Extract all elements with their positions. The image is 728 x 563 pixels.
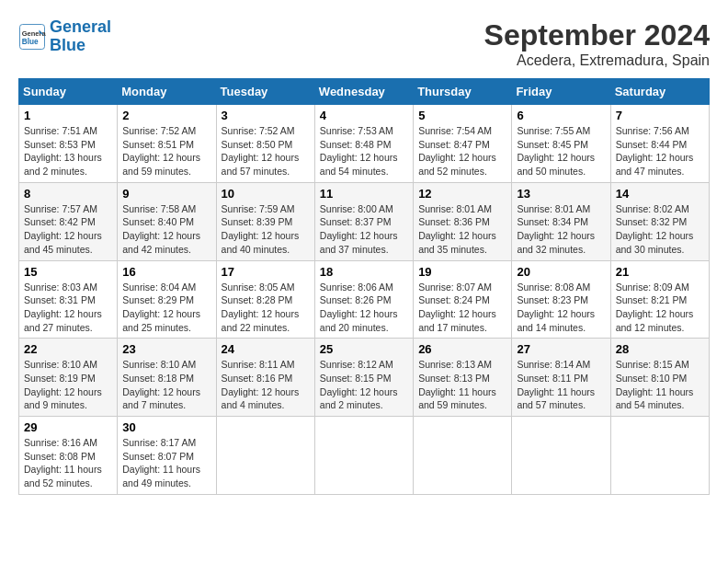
day-info: Sunrise: 7:54 AMSunset: 8:47 PMDaylight:…: [418, 124, 506, 178]
svg-text:General: General: [22, 29, 46, 37]
day-info: Sunrise: 8:11 AMSunset: 8:16 PMDaylight:…: [222, 358, 310, 412]
calendar-cell: 20 Sunrise: 8:08 AMSunset: 8:23 PMDaylig…: [512, 260, 610, 339]
weekday-header-saturday: Saturday: [610, 79, 709, 105]
calendar-cell: 22 Sunrise: 8:10 AMSunset: 8:19 PMDaylig…: [19, 339, 118, 417]
logo-icon: General Blue: [18, 23, 46, 51]
calendar-header-row: SundayMondayTuesdayWednesdayThursdayFrid…: [19, 79, 710, 105]
calendar-cell: 25 Sunrise: 8:12 AMSunset: 8:15 PMDaylig…: [314, 339, 413, 417]
day-info: Sunrise: 7:52 AMSunset: 8:50 PMDaylight:…: [222, 124, 310, 178]
calendar-cell: 13 Sunrise: 8:01 AMSunset: 8:34 PMDaylig…: [512, 182, 610, 260]
calendar-cell: 21 Sunrise: 8:09 AMSunset: 8:21 PMDaylig…: [610, 260, 709, 339]
day-number: 28: [616, 342, 704, 356]
calendar-cell: 30 Sunrise: 8:17 AMSunset: 8:07 PMDaylig…: [118, 417, 216, 495]
calendar-cell: 23 Sunrise: 8:10 AMSunset: 8:18 PMDaylig…: [118, 339, 216, 417]
calendar-subtitle: Acedera, Extremadura, Spain: [484, 52, 710, 69]
day-number: 27: [517, 342, 605, 356]
header: General Blue General Blue September 2024…: [18, 18, 710, 69]
calendar-table: SundayMondayTuesdayWednesdayThursdayFrid…: [18, 78, 710, 495]
day-number: 29: [24, 420, 112, 434]
logo-general: General: [50, 17, 111, 36]
day-number: 12: [418, 187, 506, 201]
calendar-cell: 18 Sunrise: 8:06 AMSunset: 8:26 PMDaylig…: [314, 260, 413, 339]
day-number: 25: [320, 342, 408, 356]
weekday-header-friday: Friday: [512, 79, 610, 105]
day-number: 26: [418, 342, 506, 356]
day-info: Sunrise: 7:51 AMSunset: 8:53 PMDaylight:…: [24, 124, 112, 178]
calendar-cell: 17 Sunrise: 8:05 AMSunset: 8:28 PMDaylig…: [216, 260, 314, 339]
weekday-header-tuesday: Tuesday: [216, 79, 314, 105]
day-info: Sunrise: 8:03 AMSunset: 8:31 PMDaylight:…: [24, 281, 112, 335]
logo-text: General Blue: [50, 18, 111, 55]
day-number: 15: [24, 265, 112, 279]
day-number: 8: [24, 187, 112, 201]
calendar-week-row: 8 Sunrise: 7:57 AMSunset: 8:42 PMDayligh…: [19, 182, 710, 260]
calendar-cell: 10 Sunrise: 7:59 AMSunset: 8:39 PMDaylig…: [216, 182, 314, 260]
title-block: September 2024 Acedera, Extremadura, Spa…: [484, 18, 710, 69]
logo: General Blue General Blue: [18, 18, 111, 55]
calendar-cell: 3 Sunrise: 7:52 AMSunset: 8:50 PMDayligh…: [216, 105, 314, 183]
day-info: Sunrise: 8:10 AMSunset: 8:19 PMDaylight:…: [24, 358, 112, 412]
day-info: Sunrise: 7:53 AMSunset: 8:48 PMDaylight:…: [320, 124, 408, 178]
logo-blue: Blue: [50, 36, 85, 54]
day-number: 1: [24, 109, 112, 122]
day-number: 24: [222, 342, 310, 356]
weekday-header-wednesday: Wednesday: [314, 79, 413, 105]
calendar-cell: 16 Sunrise: 8:04 AMSunset: 8:29 PMDaylig…: [118, 260, 216, 339]
weekday-header-monday: Monday: [118, 79, 216, 105]
day-info: Sunrise: 8:14 AMSunset: 8:11 PMDaylight:…: [517, 358, 605, 412]
day-info: Sunrise: 8:10 AMSunset: 8:18 PMDaylight:…: [122, 358, 210, 412]
calendar-cell: 5 Sunrise: 7:54 AMSunset: 8:47 PMDayligh…: [414, 105, 512, 183]
day-number: 19: [418, 265, 506, 279]
day-number: 20: [517, 265, 605, 279]
day-number: 9: [122, 187, 210, 201]
day-number: 21: [616, 265, 704, 279]
day-number: 3: [222, 109, 310, 122]
calendar-cell: 12 Sunrise: 8:01 AMSunset: 8:36 PMDaylig…: [414, 182, 512, 260]
calendar-cell: 28 Sunrise: 8:15 AMSunset: 8:10 PMDaylig…: [610, 339, 709, 417]
calendar-cell: [216, 417, 314, 495]
day-number: 2: [122, 109, 210, 122]
day-number: 11: [320, 187, 408, 201]
calendar-cell: [610, 417, 709, 495]
day-info: Sunrise: 8:17 AMSunset: 8:07 PMDaylight:…: [122, 436, 210, 490]
calendar-cell: [314, 417, 413, 495]
day-info: Sunrise: 7:58 AMSunset: 8:40 PMDaylight:…: [122, 202, 210, 257]
day-info: Sunrise: 8:04 AMSunset: 8:29 PMDaylight:…: [122, 281, 210, 335]
day-number: 16: [122, 265, 210, 279]
calendar-week-row: 29 Sunrise: 8:16 AMSunset: 8:08 PMDaylig…: [19, 417, 710, 495]
day-info: Sunrise: 7:55 AMSunset: 8:45 PMDaylight:…: [517, 124, 605, 178]
day-info: Sunrise: 7:56 AMSunset: 8:44 PMDaylight:…: [616, 124, 704, 178]
calendar-cell: 24 Sunrise: 8:11 AMSunset: 8:16 PMDaylig…: [216, 339, 314, 417]
calendar-cell: [512, 417, 610, 495]
day-number: 18: [320, 265, 408, 279]
calendar-week-row: 1 Sunrise: 7:51 AMSunset: 8:53 PMDayligh…: [19, 105, 710, 183]
calendar-cell: 1 Sunrise: 7:51 AMSunset: 8:53 PMDayligh…: [19, 105, 118, 183]
day-info: Sunrise: 8:01 AMSunset: 8:34 PMDaylight:…: [517, 202, 605, 257]
day-info: Sunrise: 8:08 AMSunset: 8:23 PMDaylight:…: [517, 281, 605, 335]
calendar-cell: 27 Sunrise: 8:14 AMSunset: 8:11 PMDaylig…: [512, 339, 610, 417]
calendar-title: September 2024: [484, 18, 710, 52]
day-info: Sunrise: 7:57 AMSunset: 8:42 PMDaylight:…: [24, 202, 112, 257]
day-number: 14: [616, 187, 704, 201]
day-info: Sunrise: 8:12 AMSunset: 8:15 PMDaylight:…: [320, 358, 408, 412]
day-info: Sunrise: 7:52 AMSunset: 8:51 PMDaylight:…: [122, 124, 210, 178]
calendar-cell: 4 Sunrise: 7:53 AMSunset: 8:48 PMDayligh…: [314, 105, 413, 183]
day-number: 4: [320, 109, 408, 122]
day-info: Sunrise: 8:05 AMSunset: 8:28 PMDaylight:…: [222, 281, 310, 335]
day-info: Sunrise: 8:07 AMSunset: 8:24 PMDaylight:…: [418, 281, 506, 335]
calendar-cell: 19 Sunrise: 8:07 AMSunset: 8:24 PMDaylig…: [414, 260, 512, 339]
day-info: Sunrise: 8:02 AMSunset: 8:32 PMDaylight:…: [616, 202, 704, 257]
day-number: 30: [122, 420, 210, 434]
calendar-cell: 8 Sunrise: 7:57 AMSunset: 8:42 PMDayligh…: [19, 182, 118, 260]
day-info: Sunrise: 8:09 AMSunset: 8:21 PMDaylight:…: [616, 281, 704, 335]
day-number: 5: [418, 109, 506, 122]
calendar-cell: 14 Sunrise: 8:02 AMSunset: 8:32 PMDaylig…: [610, 182, 709, 260]
calendar-cell: 11 Sunrise: 8:00 AMSunset: 8:37 PMDaylig…: [314, 182, 413, 260]
calendar-week-row: 15 Sunrise: 8:03 AMSunset: 8:31 PMDaylig…: [19, 260, 710, 339]
calendar-cell: 6 Sunrise: 7:55 AMSunset: 8:45 PMDayligh…: [512, 105, 610, 183]
svg-text:Blue: Blue: [22, 37, 39, 45]
day-info: Sunrise: 8:13 AMSunset: 8:13 PMDaylight:…: [418, 358, 506, 412]
day-info: Sunrise: 8:01 AMSunset: 8:36 PMDaylight:…: [418, 202, 506, 257]
day-number: 13: [517, 187, 605, 201]
calendar-cell: 7 Sunrise: 7:56 AMSunset: 8:44 PMDayligh…: [610, 105, 709, 183]
